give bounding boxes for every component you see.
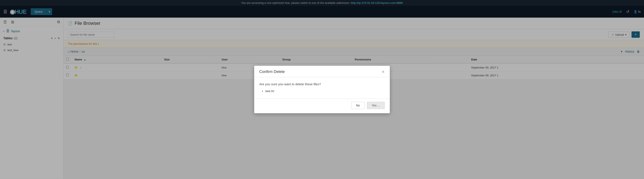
confirm-delete-modal: Confirm Delete ✕ Are you sure you want t… <box>254 66 390 113</box>
modal-footer: No Yes ... <box>254 99 390 113</box>
modal-overlay: Confirm Delete ✕ Are you sure you want t… <box>0 0 644 179</box>
modal-close-button[interactable]: ✕ <box>382 70 385 74</box>
modal-question: Are you sure you want to delete these fi… <box>259 82 385 86</box>
modal-title: Confirm Delete <box>259 70 285 74</box>
modal-file-item: aaa.txt <box>265 89 385 93</box>
no-button[interactable]: No <box>351 102 365 109</box>
modal-file-list: aaa.txt <box>259 89 385 93</box>
modal-header: Confirm Delete ✕ <box>254 66 390 77</box>
modal-body: Are you sure you want to delete these fi… <box>254 77 390 99</box>
yes-button[interactable]: Yes ... <box>367 102 385 109</box>
